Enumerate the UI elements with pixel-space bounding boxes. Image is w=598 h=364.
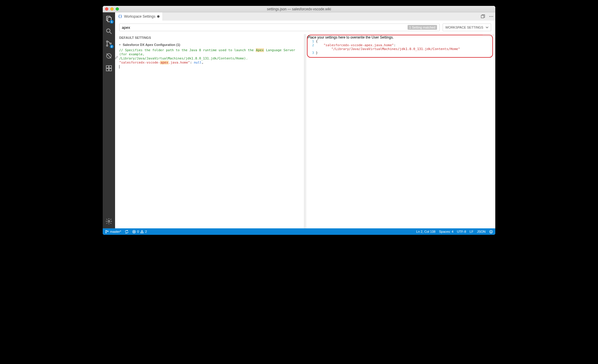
debug-button[interactable] [105,52,113,60]
status-bar: master* 0 2 Ln 2, Col 108 Spaces: 4 UTF-… [103,228,495,235]
warning-count: 2 [145,230,147,233]
svg-line-3 [110,32,112,34]
eol-item[interactable]: LF [470,230,474,233]
settings-split: DEFAULT SETTINGS ▾ Salesforce DX Apex Co… [115,34,495,228]
svg-point-28 [491,231,492,231]
line-number: 1 [308,39,316,43]
error-count: 0 [137,230,139,233]
indent [316,47,331,51]
problems-item[interactable]: 0 2 [132,230,147,234]
more-actions-button[interactable] [487,12,495,21]
smiley-icon [489,230,493,234]
titlebar: settings.json — salesforcedx-vscode.wiki [103,6,495,12]
edit-pencil-icon[interactable] [115,56,118,61]
activity-bar: 1 2 [103,12,115,228]
svg-rect-14 [481,15,484,18]
maximize-icon[interactable] [116,7,119,11]
code-text: { [316,39,492,43]
dirty-indicator-icon [157,15,160,18]
svg-point-16 [491,16,492,17]
default-settings-code[interactable]: // Specifies the folder path to the Java… [115,48,304,71]
minimap[interactable] [483,34,495,36]
code-text: } [316,51,492,55]
branch-icon [105,230,109,234]
scope-dropdown[interactable]: WORKSPACE SETTINGS [443,24,491,31]
tab-workspace-settings[interactable]: {} Workspace Settings [115,12,163,21]
search-highlight: apex [160,61,169,64]
search-field[interactable] [122,25,408,30]
code-null: null [194,61,202,64]
chevron-down-icon [486,26,489,29]
code-line[interactable]: 1 { [308,39,492,43]
minimize-icon[interactable] [110,7,114,11]
svg-point-4 [107,41,108,42]
svg-point-5 [107,45,108,46]
svg-rect-9 [106,66,109,68]
hint-text: Place your settings here to overwrite th… [308,35,492,39]
indent [316,43,324,47]
sync-button[interactable] [125,230,129,234]
tab-label: Workspace Settings [124,14,155,19]
svg-point-15 [489,16,490,17]
explorer-button[interactable]: 1 [105,15,113,23]
indentation-item[interactable]: Spaces: 4 [439,230,454,233]
chevron-down-icon: ▾ [119,43,122,46]
settings-editor: 1 Setting matched WORKSPACE SETTINGS DEF… [115,21,495,228]
tab-bar: {} Workspace Settings [115,12,495,21]
svg-point-26 [490,230,493,233]
text-cursor [119,65,119,69]
scm-button[interactable]: 2 [105,39,113,48]
feedback-button[interactable] [489,230,493,234]
encoding-item[interactable]: UTF-8 [457,230,466,233]
svg-point-20 [107,231,108,232]
close-icon[interactable] [105,7,108,11]
section-title: Salesforce DX Apex Configuration (1) [123,43,180,46]
scope-label: WORKSPACE SETTINGS [445,26,483,29]
svg-point-25 [142,232,142,232]
svg-rect-11 [106,69,109,71]
split-sash[interactable] [304,34,306,228]
line-number: 3 [308,51,316,55]
section-header[interactable]: ▾ Salesforce DX Apex Configuration (1) [115,41,304,48]
svg-rect-12 [109,69,112,71]
settings-search-input[interactable]: 1 Setting matched [119,24,440,31]
error-icon [132,230,136,234]
svg-point-6 [110,43,111,44]
warning-icon [140,230,144,234]
code-line[interactable]: 3 } [308,51,492,55]
svg-point-27 [490,231,491,231]
git-branch-item[interactable]: master* [105,230,121,234]
code-comment-line2: /Library/Java/JavaVirtualMachines/jdk1.8… [119,56,300,61]
code-line[interactable]: "/Library/Java/JavaVirtualMachines/jdk1.… [308,47,492,51]
window-title: settings.json — salesforcedx-vscode.wiki [103,7,495,11]
line-number: 2 [308,43,316,47]
sync-icon [125,230,129,234]
open-in-editor-button[interactable] [479,12,487,21]
default-settings-header: DEFAULT SETTINGS [115,34,304,41]
svg-point-2 [107,29,110,32]
code-line[interactable]: 2 "salesforcedx-vscode-apex.java.home": [308,43,492,47]
settings-gear-button[interactable] [105,217,113,225]
traffic-lights [105,7,119,11]
language-mode-item[interactable]: JSON [477,230,486,233]
search-button[interactable] [105,27,113,35]
match-count-badge: 1 Setting matched [408,25,437,30]
workbench-body: 1 2 {} Workspace [103,12,495,228]
code-value: "/Library/Java/JavaVirtualMachines/jdk1.… [331,47,460,51]
branch-name: master* [110,230,121,233]
code-colon: : [394,43,396,47]
code-key: "salesforcedx-vscode-apex.java.home" [324,43,394,47]
explorer-badge: 1 [110,20,114,24]
default-settings-pane: DEFAULT SETTINGS ▾ Salesforce DX Apex Co… [115,34,304,228]
search-row: 1 Setting matched WORKSPACE SETTINGS [115,21,495,34]
svg-point-17 [492,16,493,17]
extensions-button[interactable] [105,64,113,72]
scm-badge: 2 [110,45,114,48]
cursor-position[interactable]: Ln 2, Col 108 [416,230,435,233]
line-number [308,47,316,51]
svg-rect-10 [109,66,112,68]
search-highlight: Apex [256,48,264,52]
code-key-p2: .java.home" [169,61,190,64]
code-comment: // Specifies the folder path to the Java… [119,48,256,52]
annotation-callout: Place your settings here to overwrite th… [307,35,493,58]
